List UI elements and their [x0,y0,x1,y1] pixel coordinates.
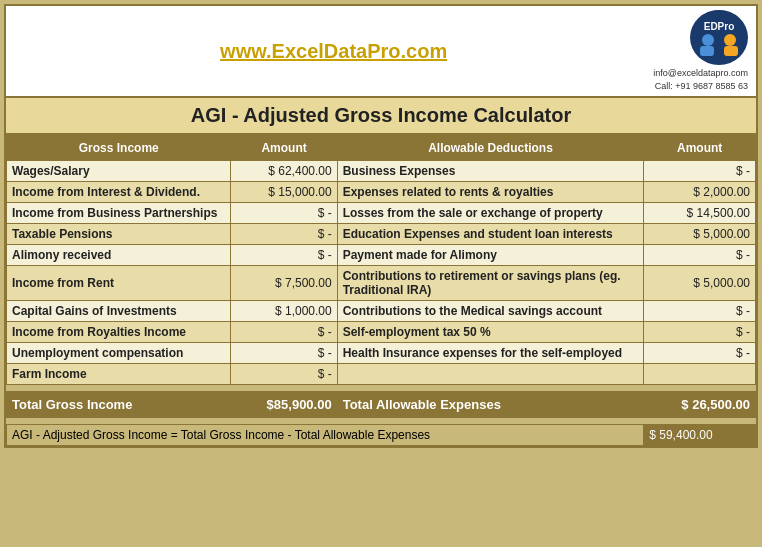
deduction-label: Payment made for Alimony [337,245,644,266]
agi-formula: AGI - Adjusted Gross Income = Total Gros… [7,425,644,446]
gross-income-label: Income from Royalties Income [7,322,231,343]
svg-text:EDPro: EDPro [704,21,735,32]
deduction-label: Contributions to the Medical savings acc… [337,301,644,322]
contact-info: info@exceldatapro.com Call: +91 9687 858… [653,67,748,92]
main-title: AGI - Adjusted Gross Income Calculator [10,104,752,127]
deduction-amount [644,364,756,385]
agi-result: $ 59,400.00 [644,425,756,446]
spacer [7,385,756,392]
gross-income-amount: $ 62,400.00 [231,161,337,182]
gross-income-label: Alimony received [7,245,231,266]
table-row: Capital Gains of Investments$ 1,000.00Co… [7,301,756,322]
gross-income-label: Taxable Pensions [7,224,231,245]
svg-point-2 [702,34,714,46]
table-row: Unemployment compensation$ -Health Insur… [7,343,756,364]
deduction-amount: $ - [644,301,756,322]
svg-rect-4 [700,46,714,56]
gross-income-amount: $ - [231,364,337,385]
gross-income-amount: $ 1,000.00 [231,301,337,322]
table-row: Income from Rent$ 7,500.00Contributions … [7,266,756,301]
header-url: www.ExcelDataPro.com [14,40,653,63]
gross-income-label: Income from Rent [7,266,231,301]
gross-income-amount: $ - [231,224,337,245]
table-row: Income from Business Partnerships$ -Loss… [7,203,756,224]
col-header-gross: Gross Income [7,136,231,161]
svg-rect-5 [724,46,738,56]
deduction-label: Losses from the sale or exchange of prop… [337,203,644,224]
deduction-amount: $ - [644,343,756,364]
table-row: Income from Royalties Income$ -Self-empl… [7,322,756,343]
deduction-amount: $ - [644,322,756,343]
spacer2 [7,418,756,425]
deduction-amount: $ 2,000.00 [644,182,756,203]
total-deduct-amount: $ 26,500.00 [644,392,756,418]
main-wrapper: www.ExcelDataPro.com EDPro info@exceldat… [0,0,762,452]
svg-point-0 [692,10,746,64]
deduction-amount: $ 5,000.00 [644,224,756,245]
agi-result-row: AGI - Adjusted Gross Income = Total Gros… [7,425,756,446]
gross-income-amount: $ - [231,203,337,224]
totals-row: Total Gross Income $85,900.00 Total Allo… [7,392,756,418]
deduction-label: Education Expenses and student loan inte… [337,224,644,245]
header-section: www.ExcelDataPro.com EDPro info@exceldat… [4,4,758,98]
deduction-amount: $ 14,500.00 [644,203,756,224]
total-gross-label: Total Gross Income [7,392,231,418]
total-deduct-label: Total Allowable Expenses [337,392,644,418]
col-header-amount2: Amount [644,136,756,161]
deduction-label: Contributions to retirement or savings p… [337,266,644,301]
deduction-amount: $ 5,000.00 [644,266,756,301]
table-row: Taxable Pensions$ -Education Expenses an… [7,224,756,245]
deduction-label [337,364,644,385]
table-row: Alimony received$ -Payment made for Alim… [7,245,756,266]
gross-income-label: Unemployment compensation [7,343,231,364]
col-header-deductions: Allowable Deductions [337,136,644,161]
gross-income-label: Capital Gains of Investments [7,301,231,322]
header-title-block: www.ExcelDataPro.com [14,40,653,63]
main-title-row: AGI - Adjusted Gross Income Calculator [4,98,758,135]
col-header-amount1: Amount [231,136,337,161]
gross-income-amount: $ - [231,245,337,266]
agi-table: Gross Income Amount Allowable Deductions… [6,135,756,446]
gross-income-label: Wages/Salary [7,161,231,182]
table-row: Wages/Salary$ 62,400.00Business Expenses… [7,161,756,182]
table-row: Farm Income$ - [7,364,756,385]
table-wrapper: Gross Income Amount Allowable Deductions… [4,135,758,448]
deduction-label: Expenses related to rents & royalties [337,182,644,203]
gross-income-amount: $ 15,000.00 [231,182,337,203]
gross-income-label: Income from Interest & Dividend. [7,182,231,203]
deduction-label: Health Insurance expenses for the self-e… [337,343,644,364]
total-gross-amount: $85,900.00 [231,392,337,418]
deduction-label: Self-employment tax 50 % [337,322,644,343]
logo-icon: EDPro [690,10,748,65]
svg-point-3 [724,34,736,46]
gross-income-amount: $ - [231,343,337,364]
table-row: Income from Interest & Dividend.$ 15,000… [7,182,756,203]
gross-income-amount: $ - [231,322,337,343]
gross-income-label: Income from Business Partnerships [7,203,231,224]
deduction-amount: $ - [644,161,756,182]
gross-income-label: Farm Income [7,364,231,385]
deduction-amount: $ - [644,245,756,266]
gross-income-amount: $ 7,500.00 [231,266,337,301]
deduction-label: Business Expenses [337,161,644,182]
